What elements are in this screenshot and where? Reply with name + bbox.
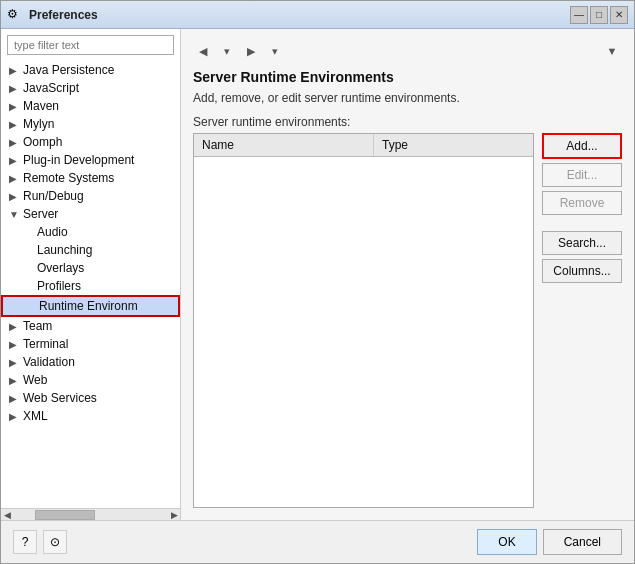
tree-item-profilers[interactable]: Profilers xyxy=(1,277,180,295)
tree-item-label: Maven xyxy=(23,99,59,113)
tree-arrow-icon: ▶ xyxy=(9,339,19,350)
tree-item-runtime-environments[interactable]: Runtime Environm xyxy=(1,295,180,317)
help-button[interactable]: ? xyxy=(13,530,37,554)
tree-item-terminal[interactable]: ▶Terminal xyxy=(1,335,180,353)
title-buttons: — □ ✕ xyxy=(570,6,628,24)
table-body xyxy=(194,157,533,507)
tree-item-validation[interactable]: ▶Validation xyxy=(1,353,180,371)
tree-arrow-icon: ▶ xyxy=(9,411,19,422)
tree-item-label: Run/Debug xyxy=(23,189,84,203)
scrollbar-track[interactable] xyxy=(25,510,156,520)
minimize-button[interactable]: — xyxy=(570,6,588,24)
tree-arrow-icon: ▶ xyxy=(9,137,19,148)
column-type: Type xyxy=(374,134,533,156)
tree-arrow-icon: ▶ xyxy=(9,83,19,94)
scroll-right-icon[interactable]: ▶ xyxy=(168,509,180,521)
tree-item-mylyn[interactable]: ▶Mylyn xyxy=(1,115,180,133)
tree-item-label: Audio xyxy=(37,225,68,239)
bottom-bar: ? ⊙ OK Cancel xyxy=(1,520,634,563)
content-area: ▶Java Persistence▶JavaScript▶Maven▶Mylyn… xyxy=(1,29,634,520)
tree-item-xml[interactable]: ▶XML xyxy=(1,407,180,425)
tree-arrow-icon: ▶ xyxy=(9,393,19,404)
tree-item-overlays[interactable]: Overlays xyxy=(1,259,180,277)
tree-arrow-icon: ▶ xyxy=(9,191,19,202)
tree-item-run-debug[interactable]: ▶Run/Debug xyxy=(1,187,180,205)
scrollbar-thumb[interactable] xyxy=(35,510,95,520)
maximize-button[interactable]: □ xyxy=(590,6,608,24)
tree-item-label: XML xyxy=(23,409,48,423)
cancel-button[interactable]: Cancel xyxy=(543,529,622,555)
menu-dropdown-button[interactable]: ▼ xyxy=(602,41,622,61)
tree-item-label: Server xyxy=(23,207,58,221)
tree-item-label: Remote Systems xyxy=(23,171,114,185)
scroll-left-icon[interactable]: ◀ xyxy=(1,509,13,521)
forward-dropdown-button[interactable]: ▾ xyxy=(265,41,285,61)
table-section: Name Type Add... Edit... Remove Search..… xyxy=(193,133,622,508)
preferences-window: ⚙ Preferences — □ ✕ ▶Java Persistence▶Ja… xyxy=(0,0,635,564)
tree-item-label: Validation xyxy=(23,355,75,369)
back-dropdown-button[interactable]: ▾ xyxy=(217,41,237,61)
tree-item-launching[interactable]: Launching xyxy=(1,241,180,259)
search-button[interactable]: Search... xyxy=(542,231,622,255)
tree-arrow-icon: ▶ xyxy=(9,321,19,332)
tree-item-team[interactable]: ▶Team xyxy=(1,317,180,335)
title-bar: ⚙ Preferences — □ ✕ xyxy=(1,1,634,29)
navigation-bar: ◀ ▾ ▶ ▾ ▼ xyxy=(193,41,622,61)
panel-description: Add, remove, or edit server runtime envi… xyxy=(193,91,622,105)
tree-item-server[interactable]: ▼Server xyxy=(1,205,180,223)
tree-item-web[interactable]: ▶Web xyxy=(1,371,180,389)
panel-heading: Server Runtime Environments xyxy=(193,69,622,85)
tree-item-label: Terminal xyxy=(23,337,68,351)
bottom-right-buttons: OK Cancel xyxy=(477,529,622,555)
tree-arrow-icon: ▶ xyxy=(9,357,19,368)
tree-arrow-icon: ▶ xyxy=(9,101,19,112)
tree-scroll[interactable]: ▶Java Persistence▶JavaScript▶Maven▶Mylyn… xyxy=(1,61,180,508)
tree-arrow-icon: ▶ xyxy=(9,173,19,184)
forward-button[interactable]: ▶ xyxy=(241,41,261,61)
column-name: Name xyxy=(194,134,374,156)
left-panel: ▶Java Persistence▶JavaScript▶Maven▶Mylyn… xyxy=(1,29,181,520)
ok-button[interactable]: OK xyxy=(477,529,536,555)
tree-item-label: Mylyn xyxy=(23,117,54,131)
tree-item-plugin-development[interactable]: ▶Plug-in Development xyxy=(1,151,180,169)
bottom-left-icons: ? ⊙ xyxy=(13,530,67,554)
tree-item-audio[interactable]: Audio xyxy=(1,223,180,241)
tree-arrow-icon: ▶ xyxy=(9,155,19,166)
tree-item-label: Web xyxy=(23,373,47,387)
tree-item-label: Java Persistence xyxy=(23,63,114,77)
tree-item-maven[interactable]: ▶Maven xyxy=(1,97,180,115)
environments-table: Name Type xyxy=(193,133,534,508)
window-icon: ⚙ xyxy=(7,7,23,23)
tree-item-web-services[interactable]: ▶Web Services xyxy=(1,389,180,407)
back-button[interactable]: ◀ xyxy=(193,41,213,61)
tree-item-oomph[interactable]: ▶Oomph xyxy=(1,133,180,151)
tree-arrow-icon: ▶ xyxy=(9,65,19,76)
side-buttons: Add... Edit... Remove Search... Columns.… xyxy=(542,133,622,508)
tree-item-remote-systems[interactable]: ▶Remote Systems xyxy=(1,169,180,187)
tree-item-label: Plug-in Development xyxy=(23,153,134,167)
tree-item-label: JavaScript xyxy=(23,81,79,95)
tree-item-label: Team xyxy=(23,319,52,333)
right-panel: ◀ ▾ ▶ ▾ ▼ Server Runtime Environments Ad… xyxy=(181,29,634,520)
table-label: Server runtime environments: xyxy=(193,115,622,129)
title-bar-left: ⚙ Preferences xyxy=(7,7,98,23)
table-header: Name Type xyxy=(194,134,533,157)
columns-button[interactable]: Columns... xyxy=(542,259,622,283)
tree-item-label: Launching xyxy=(37,243,92,257)
tree-container: ▶Java Persistence▶JavaScript▶Maven▶Mylyn… xyxy=(1,61,180,508)
tree-item-label: Oomph xyxy=(23,135,62,149)
tree-arrow-icon: ▼ xyxy=(9,209,19,220)
add-button[interactable]: Add... xyxy=(542,133,622,159)
remove-button[interactable]: Remove xyxy=(542,191,622,215)
tree-item-label: Profilers xyxy=(37,279,81,293)
tree-arrow-icon: ▶ xyxy=(9,375,19,386)
tree-item-label: Runtime Environm xyxy=(39,299,138,313)
close-button[interactable]: ✕ xyxy=(610,6,628,24)
tree-item-javascript[interactable]: ▶JavaScript xyxy=(1,79,180,97)
horizontal-scrollbar[interactable]: ◀ ▶ xyxy=(1,508,180,520)
tree-item-java-persistence[interactable]: ▶Java Persistence xyxy=(1,61,180,79)
tree-arrow-icon: ▶ xyxy=(9,119,19,130)
preferences-link-button[interactable]: ⊙ xyxy=(43,530,67,554)
filter-input[interactable] xyxy=(7,35,174,55)
edit-button[interactable]: Edit... xyxy=(542,163,622,187)
